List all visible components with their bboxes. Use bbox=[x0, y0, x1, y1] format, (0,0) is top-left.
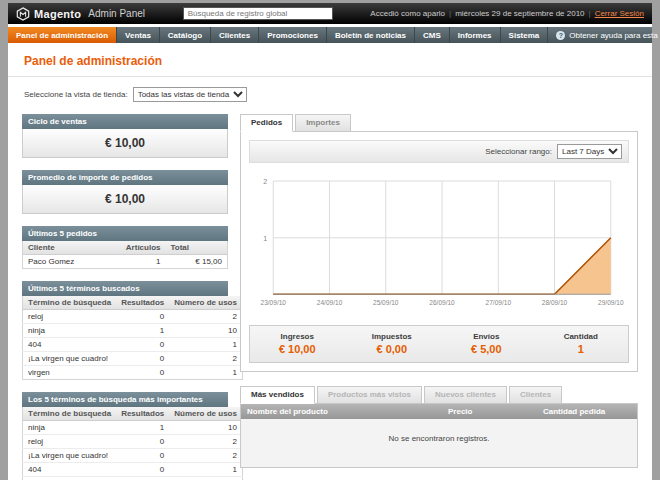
table-row[interactable]: 404 0 1 bbox=[23, 338, 243, 352]
table-row[interactable]: virgen 0 1 bbox=[23, 477, 243, 480]
table-row[interactable]: Paco Gomez 1 € 15,00 bbox=[23, 255, 228, 269]
cell-term: ¡La virgen que cuadro! bbox=[23, 352, 117, 366]
totals-bar: Ingresos € 10,00 Impuestos € 0,00 Envíos… bbox=[249, 325, 629, 363]
nav-item-sales[interactable]: Ventas bbox=[117, 27, 160, 43]
cell-results: 0 bbox=[116, 477, 169, 480]
cell-results: 0 bbox=[116, 449, 169, 463]
y-axis-label: 2 bbox=[263, 178, 267, 185]
page-title: Panel de administración bbox=[24, 54, 636, 68]
last-orders-panel: Últimos 5 pedidos Cliente Artículos Tota… bbox=[22, 226, 228, 269]
table-row[interactable]: reloj 0 2 bbox=[23, 435, 243, 449]
tab-most-viewed[interactable]: Productos más vistos bbox=[317, 386, 422, 404]
range-select[interactable]: Last 7 Days bbox=[557, 144, 622, 159]
cell-items: 1 bbox=[121, 255, 166, 269]
column-header: Número de usos bbox=[169, 407, 242, 421]
total-quantity: Cantidad 1 bbox=[534, 332, 629, 355]
chart-tabs: Pedidos Importes bbox=[240, 114, 638, 132]
total-revenue: Ingresos € 10,00 bbox=[250, 332, 345, 355]
cell-results: 0 bbox=[116, 338, 169, 352]
logout-link[interactable]: Cerrar Sesión bbox=[595, 9, 644, 18]
range-label: Seleccionar rango: bbox=[485, 147, 552, 156]
cell-term: 404 bbox=[23, 338, 117, 352]
nav-item-customers[interactable]: Clientes bbox=[211, 27, 259, 43]
last-search-table: Término de búsqueda Resultados Número de… bbox=[22, 296, 243, 380]
tab-new-customers[interactable]: Nuevos clientes bbox=[424, 386, 507, 404]
store-view-select[interactable]: Todas las vistas de tienda bbox=[133, 87, 247, 102]
magento-logo-icon bbox=[16, 7, 30, 21]
nav-item-system[interactable]: Sistema bbox=[501, 27, 549, 43]
store-view-switcher: Seleccione la vista de tienda: Todas las… bbox=[8, 77, 652, 114]
total-value: € 5,00 bbox=[439, 343, 534, 355]
column-header: Cliente bbox=[23, 241, 121, 255]
column-header: Resultados bbox=[116, 296, 169, 310]
help-label: Obtener ayuda para esta página bbox=[569, 31, 660, 40]
nav-item-catalog[interactable]: Catálogo bbox=[160, 27, 211, 43]
column-header: Total bbox=[166, 241, 228, 255]
table-row[interactable]: virgen 0 1 bbox=[23, 366, 243, 380]
bestsellers-section: Más vendidos Productos más vistos Nuevos… bbox=[240, 386, 638, 468]
tab-amounts[interactable]: Importes bbox=[295, 114, 351, 132]
current-date: miércoles 29 de septiembre de 2010 bbox=[455, 9, 584, 18]
table-row[interactable]: ninja 1 10 bbox=[23, 421, 243, 435]
left-column: Ciclo de ventas € 10,00 Promedio de impo… bbox=[22, 114, 228, 480]
cell-term: ninja bbox=[23, 421, 117, 435]
dashboard-columns: Ciclo de ventas € 10,00 Promedio de impo… bbox=[8, 114, 652, 480]
table-header-row: Cliente Artículos Total bbox=[23, 241, 228, 255]
nav-item-newsletter[interactable]: Boletín de noticias bbox=[327, 27, 415, 43]
last-search-panel: Últimos 5 términos buscados Término de b… bbox=[22, 281, 228, 380]
lifetime-sales-value: € 10,00 bbox=[22, 129, 228, 158]
content-wrap: Panel de administración Ventas Catálogo … bbox=[8, 24, 652, 480]
top-search-table: Término de búsqueda Resultados Número de… bbox=[22, 407, 243, 480]
column-header: Resultados bbox=[116, 407, 169, 421]
average-orders-panel: Promedio de importe de pedidos € 10,00 bbox=[22, 170, 228, 214]
magento-logo[interactable]: Magento Admin Panel bbox=[16, 7, 145, 21]
table-row[interactable]: ninja 1 10 bbox=[23, 324, 243, 338]
cell-uses: 2 bbox=[169, 310, 242, 324]
empty-records-message: No se encontraron registros. bbox=[241, 419, 637, 467]
separator: | bbox=[589, 9, 591, 18]
table-row[interactable]: ¡La virgen que cuadro! 0 2 bbox=[23, 449, 243, 463]
nav-item-promotions[interactable]: Promociones bbox=[259, 27, 327, 43]
table-header-row: Término de búsqueda Resultados Número de… bbox=[23, 296, 243, 310]
cell-results: 0 bbox=[116, 352, 169, 366]
total-value: 1 bbox=[534, 343, 629, 355]
admin-page: Magento Admin Panel Accedió como aparlo … bbox=[8, 3, 652, 480]
cell-term: reloj bbox=[23, 435, 117, 449]
store-view-label: Seleccione la vista de tienda: bbox=[24, 90, 128, 99]
cell-term: virgen bbox=[23, 366, 117, 380]
average-orders-value: € 10,00 bbox=[22, 185, 228, 214]
column-header: Número de usos bbox=[169, 296, 242, 310]
panel-title: Promedio de importe de pedidos bbox=[22, 170, 228, 185]
orders-chart-svg: 2 1 23/09/10 24/09/10 25/09/10 26/09/10 … bbox=[251, 171, 627, 319]
x-axis-label: 23/09/10 bbox=[261, 299, 287, 306]
total-label: Ingresos bbox=[250, 332, 345, 341]
x-axis-label: 25/09/10 bbox=[373, 299, 399, 306]
range-bar: Seleccionar rango: Last 7 Days bbox=[249, 140, 629, 163]
last-orders-table: Cliente Artículos Total Paco Gomez 1 € 1… bbox=[22, 241, 228, 269]
x-axis-label: 24/09/10 bbox=[317, 299, 343, 306]
total-value: € 0,00 bbox=[345, 343, 440, 355]
table-row[interactable]: reloj 0 2 bbox=[23, 310, 243, 324]
help-link[interactable]: ? Obtener ayuda para esta página bbox=[548, 27, 660, 43]
global-search-input[interactable] bbox=[183, 7, 333, 20]
nav-item-cms[interactable]: CMS bbox=[415, 27, 450, 43]
separator: | bbox=[449, 9, 451, 18]
nav-item-dashboard[interactable]: Panel de administración bbox=[8, 27, 117, 43]
x-axis-label: 26/09/10 bbox=[429, 299, 455, 306]
cell-uses: 1 bbox=[169, 338, 242, 352]
nav-item-reports[interactable]: Informes bbox=[450, 27, 501, 43]
tab-orders[interactable]: Pedidos bbox=[240, 114, 293, 132]
cell-total: € 15,00 bbox=[166, 255, 228, 269]
panel-title: Los 5 términos de búsqueda más important… bbox=[22, 392, 228, 407]
cell-uses: 2 bbox=[169, 352, 242, 366]
lifetime-sales-panel: Ciclo de ventas € 10,00 bbox=[22, 114, 228, 158]
cell-results: 0 bbox=[116, 435, 169, 449]
tab-bestsellers[interactable]: Más vendidos bbox=[240, 386, 315, 404]
table-row[interactable]: 404 0 1 bbox=[23, 463, 243, 477]
grid-header-row: Nombre del producto Precio Cantidad pedi… bbox=[241, 404, 637, 419]
tab-customers[interactable]: Clientes bbox=[509, 386, 562, 404]
table-row[interactable]: ¡La virgen que cuadro! 0 2 bbox=[23, 352, 243, 366]
top-bar: Magento Admin Panel Accedió como aparlo … bbox=[8, 3, 652, 24]
user-info: Accedió como aparlo | miércoles 29 de se… bbox=[370, 9, 644, 18]
cell-results: 0 bbox=[116, 310, 169, 324]
